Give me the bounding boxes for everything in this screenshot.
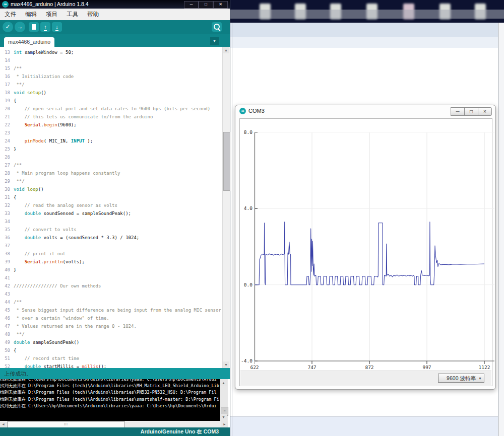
code-line: 49double sampleSoundPeak() xyxy=(0,338,222,346)
code-line: 28 * Main program loop happens constantl… xyxy=(0,169,222,177)
console-hscrollbar[interactable]: ◄ ||| ► xyxy=(0,421,228,427)
new-sketch-button[interactable] xyxy=(29,22,39,32)
page-scrollbar[interactable] xyxy=(498,23,504,436)
code-line: 45 * Sense biggest input difference are … xyxy=(0,306,222,314)
code-line: 16 * Initialization code xyxy=(0,72,222,81)
code-editor[interactable]: 13int sampleWindow = 50;1415/**16 * Init… xyxy=(0,47,222,368)
line-number: 27 xyxy=(0,161,14,169)
minimize-button[interactable]: ─ xyxy=(451,107,465,116)
line-number: 20 xyxy=(0,105,14,113)
line-number: 35 xyxy=(0,226,14,234)
x-axis-tick-label: 1122 xyxy=(477,365,492,370)
menu-bar: 文件编辑项目工具帮助 xyxy=(0,9,230,21)
line-number: 30 xyxy=(0,185,14,193)
code-line: 25} xyxy=(0,145,222,153)
editor-scroll-thumb[interactable] xyxy=(223,132,230,191)
x-axis-tick-label: 997 xyxy=(419,365,434,370)
line-number: 26 xyxy=(0,153,14,161)
code-line: 37 xyxy=(0,242,222,250)
line-number: 48 xyxy=(0,330,14,338)
code-line: 52 double startMillis = millis(); xyxy=(0,362,222,368)
x-axis-tick-label: 622 xyxy=(247,365,262,370)
code-line: 30void loop() xyxy=(0,185,222,193)
verify-button[interactable]: ✓ xyxy=(3,22,13,32)
console-output[interactable]: 找到无效库在 C:\Users\hp\Documents\Arduino\lib… xyxy=(0,379,220,421)
code-line: 24 pinMode( MIC_IN, INPUT ); xyxy=(0,137,222,145)
ide-title-bar[interactable]: ∞ max4466_arduino | Arduino 1.8.4 ─ □ ✕ xyxy=(0,0,230,9)
menu-item-4[interactable]: 帮助 xyxy=(83,9,103,20)
line-number: 23 xyxy=(0,129,14,137)
close-button[interactable]: × xyxy=(478,107,492,116)
plotter-title-bar[interactable]: ∞ COM3 ─ □ × xyxy=(235,105,495,118)
line-number: 22 xyxy=(0,121,14,129)
line-number: 38 xyxy=(0,250,14,258)
line-number: 50 xyxy=(0,346,14,354)
line-number: 41 xyxy=(0,274,14,282)
code-line: 38 // print it out xyxy=(0,250,222,258)
line-number: 31 xyxy=(0,193,14,201)
code-line: 50{ xyxy=(0,346,222,354)
line-number: 14 xyxy=(0,56,14,64)
arduino-ide-window: ∞ max4466_arduino | Arduino 1.8.4 ─ □ ✕ … xyxy=(0,0,230,436)
tab-menu-button[interactable]: ▼ xyxy=(210,37,219,45)
save-sketch-button[interactable]: ↓ xyxy=(52,22,62,32)
maximize-button[interactable]: □ xyxy=(199,1,213,9)
minimize-button[interactable]: ─ xyxy=(184,1,199,9)
code-line: 19{ xyxy=(0,97,222,105)
console-scrollbar[interactable]: ▲ ≡ ▼ xyxy=(220,379,228,421)
board-port-text: Arduino/Genuine Uno 在 COM3 xyxy=(141,428,219,435)
close-button[interactable]: ✕ xyxy=(213,1,228,9)
code-line: 42//////////////// Our own methods xyxy=(0,282,222,290)
line-number: 51 xyxy=(0,354,14,362)
code-line: 47 * Values returned are in the range 0 … xyxy=(0,322,222,330)
line-number: 33 xyxy=(0,209,14,217)
serial-monitor-button[interactable] xyxy=(212,22,222,32)
code-line: 46 * over a certain "window" of time. xyxy=(0,314,222,322)
upload-status-text: 上传成功。 xyxy=(4,371,32,377)
console-line: 找到无效库在 D:\Program Files (tech)\Arduino\l… xyxy=(0,383,220,389)
maximize-button[interactable]: □ xyxy=(464,107,478,116)
scroll-left-icon[interactable]: ◄ xyxy=(0,421,7,427)
menu-item-3[interactable]: 工具 xyxy=(62,9,83,20)
line-number: 52 xyxy=(0,362,14,368)
console-line: 找到无效库在 D:\Program Files (tech)\Arduino\l… xyxy=(0,396,220,403)
line-number: 17 xyxy=(0,81,14,89)
code-line: 26 xyxy=(0,153,222,161)
code-line: 23 xyxy=(0,129,222,137)
page-subheader-band xyxy=(229,37,504,48)
code-line: 39 Serial.println(volts); xyxy=(0,258,222,266)
plot-panel: 8.04.00.0-4.06227478729971122 9600 波特率 ▼ xyxy=(239,118,492,386)
scroll-right-icon[interactable]: ► xyxy=(221,421,228,427)
open-sketch-button[interactable]: ↑ xyxy=(40,22,50,32)
menu-item-0[interactable]: 文件 xyxy=(0,9,21,20)
magnifier-icon xyxy=(214,24,220,30)
waveform-plot xyxy=(255,132,494,365)
line-number: 45 xyxy=(0,306,14,314)
code-line: 36 double volts = (soundSensed * 3.3) / … xyxy=(0,234,222,242)
line-number: 28 xyxy=(0,169,14,177)
editor-scrollbar[interactable]: ▲ ▼ xyxy=(222,47,230,368)
line-number: 16 xyxy=(0,72,14,81)
menu-item-1[interactable]: 编辑 xyxy=(21,9,41,20)
console-scroll-up-icon[interactable]: ▲ xyxy=(220,380,227,386)
line-number: 39 xyxy=(0,258,14,266)
code-line: 21 // this lets us communicate to/from t… xyxy=(0,113,222,121)
x-axis-tick-label: 747 xyxy=(304,365,320,370)
tab-max4466-arduino[interactable]: max4466_arduino xyxy=(4,37,54,47)
line-number: 15 xyxy=(0,64,14,72)
scroll-down-icon[interactable]: ▼ xyxy=(223,361,229,368)
save-icon: ↓ xyxy=(55,24,58,31)
code-line: 34 xyxy=(0,217,222,226)
page-header-band xyxy=(229,23,504,37)
line-number: 25 xyxy=(0,145,14,153)
line-number: 36 xyxy=(0,234,14,242)
baud-rate-select[interactable]: 9600 波特率 ▼ xyxy=(438,374,484,383)
tab-bar: max4466_arduino ▼ xyxy=(0,34,230,47)
code-line: 27/** xyxy=(0,161,222,169)
menu-item-2[interactable]: 项目 xyxy=(41,9,62,20)
console-scroll-down-icon[interactable]: ▼ xyxy=(220,414,227,420)
scroll-up-icon[interactable]: ▲ xyxy=(223,47,229,53)
code-line: 22 Serial.begin(9600); xyxy=(0,121,222,129)
line-number: 34 xyxy=(0,217,14,226)
upload-button[interactable]: → xyxy=(15,22,25,32)
